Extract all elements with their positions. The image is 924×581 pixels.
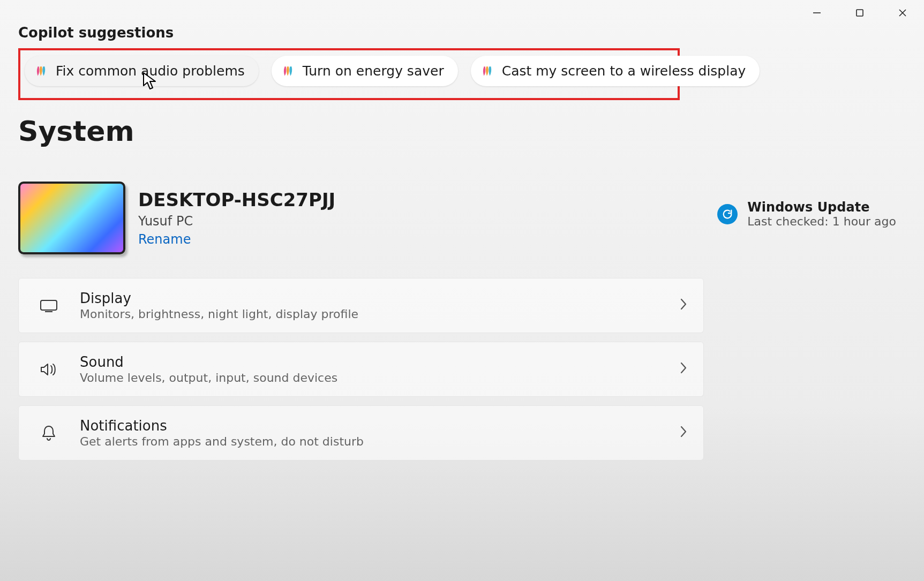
windows-update-title: Windows Update [747, 200, 896, 215]
update-text: Windows Update Last checked: 1 hour ago [747, 200, 896, 228]
chip-label: Fix common audio problems [56, 63, 245, 79]
bell-icon [37, 425, 61, 442]
display-icon [37, 298, 61, 313]
copilot-icon [281, 64, 295, 78]
card-title: Sound [80, 354, 660, 370]
svg-rect-1 [857, 10, 863, 16]
page-title: System [18, 115, 906, 147]
sound-icon [37, 361, 61, 378]
settings-item-sound[interactable]: Sound Volume levels, output, input, soun… [18, 342, 704, 397]
card-title: Display [80, 290, 660, 306]
maximize-icon [855, 9, 864, 17]
windows-update-subtitle: Last checked: 1 hour ago [747, 215, 896, 228]
copilot-icon [34, 64, 48, 78]
desktop-wallpaper-thumbnail[interactable] [18, 182, 125, 254]
main-content: Copilot suggestions Fix common audio pro… [0, 0, 924, 461]
copilot-icon [480, 64, 494, 78]
svg-rect-4 [41, 300, 57, 310]
copilot-suggestions-highlight: Fix common audio problems Turn on energy… [18, 48, 680, 100]
window-controls [805, 4, 914, 21]
settings-item-notifications[interactable]: Notifications Get alerts from apps and s… [18, 405, 704, 461]
minimize-icon [813, 9, 821, 17]
chevron-right-icon [680, 362, 687, 376]
maximize-button[interactable] [848, 4, 872, 21]
card-subtitle: Get alerts from apps and system, do not … [80, 435, 660, 448]
card-title: Notifications [80, 418, 660, 434]
chevron-right-icon [680, 426, 687, 440]
close-button[interactable] [891, 4, 914, 21]
chip-label: Cast my screen to a wireless display [502, 63, 746, 79]
windows-update-block[interactable]: Windows Update Last checked: 1 hour ago [717, 200, 896, 228]
chip-label: Turn on energy saver [303, 63, 444, 79]
copilot-suggestions-header: Copilot suggestions [18, 25, 906, 41]
settings-card-list: Display Monitors, brightness, night ligh… [18, 278, 906, 461]
card-subtitle: Monitors, brightness, night light, displ… [80, 307, 660, 321]
rename-link[interactable]: Rename [138, 232, 335, 247]
device-name: DESKTOP-HSC27PJJ [138, 189, 335, 210]
copilot-chip-audio[interactable]: Fix common audio problems [25, 56, 259, 86]
close-icon [898, 9, 907, 17]
copilot-chip-cast[interactable]: Cast my screen to a wireless display [471, 56, 760, 86]
device-info-row: DESKTOP-HSC27PJJ Yusuf PC Rename Windows… [18, 182, 906, 254]
card-subtitle: Volume levels, output, input, sound devi… [80, 371, 660, 384]
refresh-icon [717, 204, 738, 224]
device-meta: DESKTOP-HSC27PJJ Yusuf PC Rename [138, 189, 335, 247]
settings-item-display[interactable]: Display Monitors, brightness, night ligh… [18, 278, 704, 333]
chevron-right-icon [680, 298, 687, 313]
copilot-chip-energy[interactable]: Turn on energy saver [272, 56, 458, 86]
device-subtitle: Yusuf PC [138, 214, 335, 229]
minimize-button[interactable] [805, 4, 829, 21]
